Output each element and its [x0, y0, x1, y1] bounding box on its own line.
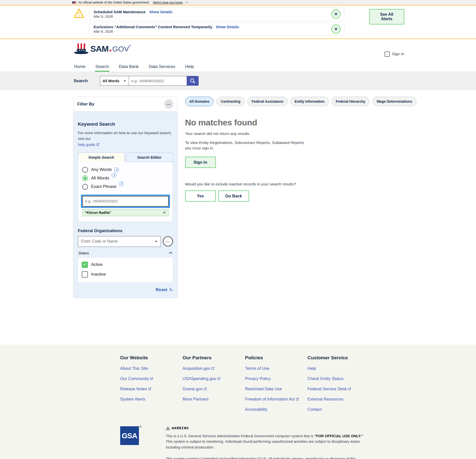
footer-link-contact[interactable]: Contact — [308, 407, 322, 412]
help-guide-link[interactable]: help guide — [78, 142, 95, 147]
alert-title: Scheduled SAM Maintenance — [94, 10, 146, 14]
tab-simple-search[interactable]: Simple Search — [78, 152, 125, 162]
federal-org-select[interactable]: Enter Code or Name ▼ — [78, 236, 161, 247]
external-link-icon — [348, 387, 351, 391]
filter-panel: Filter By — Keyword Search For more info… — [73, 97, 178, 298]
radio-any-words-label: Any Words — [91, 167, 112, 172]
nav-item-search[interactable]: Search — [95, 62, 109, 72]
collapse-filter-button[interactable]: — — [164, 99, 173, 109]
caret-down-icon: ▼ — [155, 240, 158, 243]
footer-link-accessibility[interactable]: Accessibility — [245, 407, 268, 412]
alert-date: Mar 6, 2026 — [94, 29, 331, 33]
radio-any-words[interactable] — [82, 167, 88, 173]
external-link-icon — [296, 398, 299, 401]
domain-pill-wage-determinations[interactable]: Wage Determinations — [372, 97, 417, 106]
yes-button[interactable]: Yes — [185, 190, 216, 202]
domain-pill-federal-assistance[interactable]: Federal Assistance — [247, 97, 288, 106]
keyword-search-heading: Keyword Search — [78, 121, 173, 127]
federal-org-more-button[interactable]: ... — [163, 236, 173, 246]
footer-column-our-partners: Our Partners Acquisition.gov USASpending… — [183, 355, 245, 412]
footer-link-check-entity-status[interactable]: Check Entity Status — [308, 376, 344, 381]
alert-close-button[interactable]: ✕ — [331, 24, 341, 34]
reset-filters[interactable]: Reset ↻ — [78, 287, 173, 292]
nav-item-data-bank[interactable]: Data Bank — [118, 62, 139, 72]
external-link-icon — [204, 387, 207, 391]
search-band-label: Search — [74, 78, 100, 83]
warning-p1-text: This system is subject to monitoring. In… — [166, 440, 360, 449]
minus-icon: — — [167, 102, 171, 106]
footer-link-federal-service-desk[interactable]: Federal Service Desk — [308, 387, 347, 391]
alert-close-button[interactable]: ✕ — [331, 9, 341, 19]
alert-show-details-link[interactable]: Show Details — [149, 10, 172, 14]
sam-gov-logo[interactable]: ★ ★ ★ SAM★GOV® — [73, 43, 131, 58]
logo-sam-text: SAM — [90, 43, 109, 54]
main-area: Filter By — Keyword Search For more info… — [0, 90, 476, 345]
footer-link-acquisition-gov[interactable]: Acquisition.gov — [183, 366, 210, 371]
footer-column-customer-service: Customer Service Help Check Entity Statu… — [308, 355, 370, 412]
footer-link-terms-of-use[interactable]: Terms of Use — [245, 366, 269, 371]
alert-title: Exclusions “Additional Comments” Content… — [94, 25, 212, 29]
tab-search-editor[interactable]: Search Editor — [126, 152, 173, 162]
domain-pill-contracting[interactable]: Contracting — [216, 97, 245, 106]
site-header: ★ ★ ★ SAM★GOV® ← Sign In — [0, 39, 476, 62]
footer-link-restricted-data-use[interactable]: Restricted Data Use — [245, 387, 282, 391]
go-back-button[interactable]: Go Back — [218, 190, 249, 202]
site-footer: Our Website About This Site Our Communit… — [0, 345, 476, 459]
radio-all-words-label: All Words — [91, 176, 109, 181]
gsa-logo: GSA — [120, 426, 139, 445]
warning-block: WARNING This is a U.S. General Services … — [166, 426, 366, 459]
footer-link-system-alerts[interactable]: System Alerts — [120, 397, 145, 402]
see-all-alerts-button[interactable]: See All Alerts — [369, 9, 404, 24]
footer-link-usaspending-gov[interactable]: USASpending.gov — [183, 376, 216, 381]
gov-banner-text: An official website of the United States… — [78, 1, 149, 4]
search-mode-select[interactable]: All Words ▼ — [100, 76, 129, 86]
global-search-input[interactable] — [129, 76, 187, 86]
checkbox-inactive[interactable] — [82, 271, 88, 278]
search-submit-button[interactable] — [187, 76, 199, 86]
sign-in-arrow-icon: ← — [385, 51, 390, 57]
footer-link-our-community[interactable]: Our Community — [120, 376, 149, 381]
footer-link-external-resources[interactable]: External Resources — [308, 397, 344, 402]
us-flag-icon — [72, 1, 76, 4]
warning-p1-bold: "FOR OFFICIAL USE ONLY." — [314, 434, 363, 438]
sign-in-button[interactable]: Sign In — [185, 157, 216, 168]
warning-p1-text: This is a U.S. General Services Administ… — [166, 434, 315, 438]
footer-column-our-website: Our Website About This Site Our Communit… — [120, 355, 183, 412]
alert-card: Scheduled SAM Maintenance Show Details M… — [89, 7, 344, 20]
footer-link-foia[interactable]: Freedom of Information Act — [245, 397, 295, 402]
footer-column-heading: Policies — [245, 355, 308, 361]
nav-item-help[interactable]: Help — [185, 62, 194, 72]
warning-small-icon — [166, 427, 170, 430]
nav-item-home[interactable]: Home — [74, 62, 86, 72]
radio-all-words[interactable] — [82, 175, 88, 181]
footer-link-about-this-site[interactable]: About This Site — [120, 366, 148, 371]
footer-link-more-partners[interactable]: More Partners — [183, 397, 209, 402]
remove-tag-icon[interactable]: ✕ — [163, 210, 166, 215]
keyword-input[interactable] — [82, 196, 169, 207]
info-icon[interactable]: i — [114, 167, 119, 172]
footer-link-release-notes[interactable]: Release Notes — [120, 387, 147, 391]
checkbox-active[interactable]: ✓ — [82, 262, 88, 268]
gov-banner: An official website of the United States… — [0, 0, 476, 5]
federal-organizations-heading: Federal Organizations — [78, 228, 173, 233]
uncle-sam-hat-icon: ★ ★ ★ — [73, 43, 89, 54]
search-band: Search All Words ▼ — [0, 72, 476, 90]
no-results-text: Your search did not return any results. — [185, 131, 417, 136]
reset-label: Reset — [156, 287, 167, 292]
nav-item-data-services[interactable]: Data Services — [148, 62, 176, 72]
footer-link-privacy-policy[interactable]: Privacy Policy — [245, 376, 271, 381]
alert-show-details-link[interactable]: Show Details — [216, 25, 239, 29]
info-icon[interactable]: i — [112, 173, 116, 178]
no-matches-heading: No matches found — [185, 118, 417, 127]
radio-exact-phrase[interactable] — [82, 184, 88, 190]
domain-pill-entity-information[interactable]: Entity Information — [290, 97, 329, 106]
info-icon[interactable]: i — [119, 181, 124, 186]
domain-pill-federal-hierarchy[interactable]: Federal Hierarchy — [332, 97, 370, 106]
sign-in-link[interactable]: ← Sign In — [385, 51, 404, 57]
footer-link-help[interactable]: Help — [308, 366, 316, 371]
footer-link-grants-gov[interactable]: Grants.gov — [183, 387, 203, 391]
status-accordion-toggle[interactable]: Status — [78, 251, 173, 255]
close-icon: ✕ — [334, 26, 338, 32]
how-you-know-link[interactable]: Here’s how you know — [153, 1, 183, 4]
domain-pill-all-domains[interactable]: All Domains — [185, 97, 214, 106]
